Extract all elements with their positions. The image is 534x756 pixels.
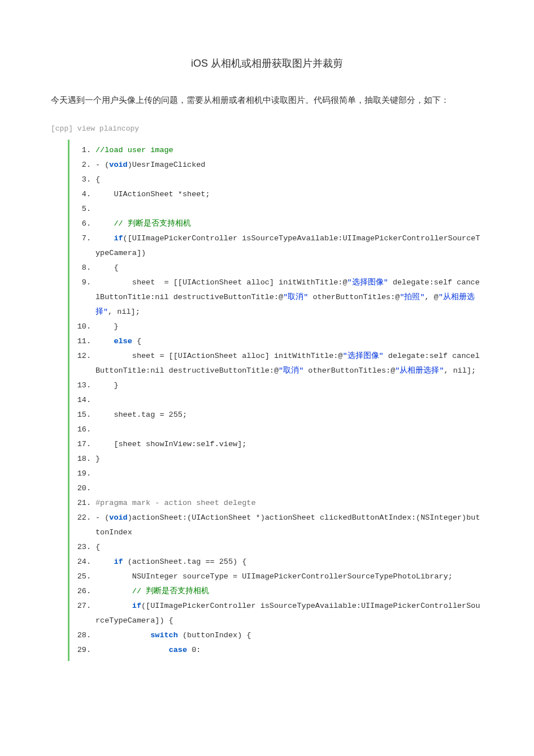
code-token: { [95, 175, 100, 184]
code-line: 25. NSUInteger sourceType = UIImagePicke… [70, 569, 483, 584]
code-block: 1.//load user image2.- (void)UesrImageCl… [68, 140, 483, 661]
line-number: 7. [70, 231, 93, 246]
line-number: 20. [70, 481, 93, 496]
line-number: 27. [70, 599, 93, 614]
line-code: { [93, 261, 483, 275]
code-token: "选择图像" [348, 278, 388, 287]
code-line: 14. [70, 393, 483, 408]
code-token [95, 558, 114, 566]
code-token: 0: [187, 646, 201, 654]
line-number: 25. [70, 569, 93, 584]
code-token: if [114, 558, 123, 566]
line-code [93, 422, 483, 437]
code-token: // 判断是否支持相机 [132, 587, 209, 595]
code-line: 23.{ [70, 540, 483, 555]
line-code: { [93, 172, 483, 187]
code-line: 22.- (void)actionSheet:(UIActionSheet *)… [70, 511, 483, 540]
code-token: } [95, 455, 100, 463]
code-token: if [114, 234, 123, 243]
line-number: 11. [70, 334, 93, 349]
code-line: 12. sheet = [[UIActionSheet alloc] initW… [70, 349, 483, 378]
line-number: 6. [70, 217, 93, 231]
code-token: } [95, 322, 119, 331]
line-number: 28. [70, 628, 93, 643]
line-number: 5. [70, 202, 93, 217]
code-line: 3.{ [70, 172, 483, 187]
line-number: 29. [70, 643, 93, 658]
code-line: 26. // 判断是否支持相机 [70, 584, 483, 599]
code-token [95, 602, 132, 610]
line-code: UIActionSheet *sheet; [93, 187, 483, 202]
line-number: 1. [70, 143, 93, 158]
line-code [93, 466, 483, 481]
code-token: otherButtonTitles:@ [308, 293, 400, 301]
code-line: 1.//load user image [70, 143, 483, 158]
code-token: (actionSheet.tag == 255) { [123, 558, 247, 566]
code-token [95, 631, 150, 640]
code-token: NSUInteger sourceType = UIImagePickerCon… [95, 572, 453, 581]
code-token: )actionSheet:(UIActionSheet *)actionShee… [95, 513, 480, 537]
line-code: sheet = [[UIActionSheet alloc] initWithT… [93, 349, 483, 378]
code-line: 13. } [70, 378, 483, 393]
code-line: 4. UIActionSheet *sheet; [70, 187, 483, 202]
code-line: 7. if([UIImagePickerController isSourceT… [70, 231, 483, 261]
code-line: 11. else { [70, 334, 483, 349]
code-token: { [95, 543, 100, 551]
line-number: 9. [70, 275, 93, 290]
code-line: 6. // 判断是否支持相机 [70, 217, 483, 231]
code-line: 19. [70, 466, 483, 481]
code-token: "选择图像" [342, 352, 383, 360]
line-code: } [93, 452, 483, 466]
line-code: // 判断是否支持相机 [93, 217, 483, 231]
code-token: ([UIImagePickerController isSourceTypeAv… [95, 234, 480, 257]
line-code: else { [93, 334, 483, 349]
code-token: otherButtonTitles:@ [303, 366, 395, 375]
code-token: #pragma mark - action sheet delegte [95, 499, 256, 507]
code-token: sheet.tag = 255; [95, 411, 187, 419]
code-token: { [95, 263, 119, 272]
code-token: // 判断是否支持相机 [114, 219, 190, 228]
code-line: 17. [sheet showInView:self.view]; [70, 437, 483, 452]
code-line: 2.- (void)UesrImageClicked [70, 158, 483, 172]
code-line: 15. sheet.tag = 255; [70, 408, 483, 422]
line-number: 10. [70, 319, 93, 334]
code-token [95, 587, 132, 595]
code-token: sheet = [[UIActionSheet alloc] initWithT… [95, 352, 342, 360]
page-title: iOS 从相机或相册获取图片并裁剪 [51, 57, 483, 70]
line-code: [sheet showInView:self.view]; [93, 437, 483, 452]
code-token: "从相册选择" [395, 366, 444, 375]
code-token: , @ [425, 293, 439, 301]
code-token: "取消" [283, 293, 308, 301]
line-code: #pragma mark - action sheet delegte [93, 496, 483, 511]
code-token [95, 219, 114, 228]
code-token: [sheet showInView:self.view]; [95, 440, 246, 448]
line-number: 13. [70, 378, 93, 393]
line-number: 15. [70, 408, 93, 422]
line-code: if([UIImagePickerController isSourceType… [93, 599, 483, 628]
code-token: - ( [95, 513, 109, 522]
code-token: - ( [95, 161, 109, 169]
code-token: } [95, 381, 119, 390]
line-code [93, 481, 483, 496]
code-token: { [132, 337, 141, 345]
code-language-tag: [cpp] [51, 124, 73, 133]
line-code: } [93, 378, 483, 393]
code-meta-links[interactable]: view plaincopy [77, 124, 139, 133]
code-token: sheet = [[UIActionSheet alloc] initWithT… [95, 278, 348, 287]
intro-paragraph: 今天遇到一个用户头像上传的问题，需要从相册或者相机中读取图片。代码很简单，抽取关… [51, 93, 483, 107]
line-code: - (void)UesrImageClicked [93, 158, 483, 172]
line-number: 26. [70, 584, 93, 599]
line-code: { [93, 540, 483, 555]
line-code: sheet = [[UIActionSheet alloc] initWithT… [93, 275, 483, 319]
line-number: 19. [70, 466, 93, 481]
line-code: case 0: [93, 643, 483, 658]
code-token [95, 646, 169, 654]
code-line: 10. } [70, 319, 483, 334]
code-token [95, 337, 114, 345]
line-code [93, 393, 483, 408]
line-code: if (actionSheet.tag == 255) { [93, 555, 483, 569]
line-code: //load user image [93, 143, 483, 158]
line-number: 21. [70, 496, 93, 511]
code-token: if [132, 602, 141, 610]
code-line: 28. switch (buttonIndex) { [70, 628, 483, 643]
